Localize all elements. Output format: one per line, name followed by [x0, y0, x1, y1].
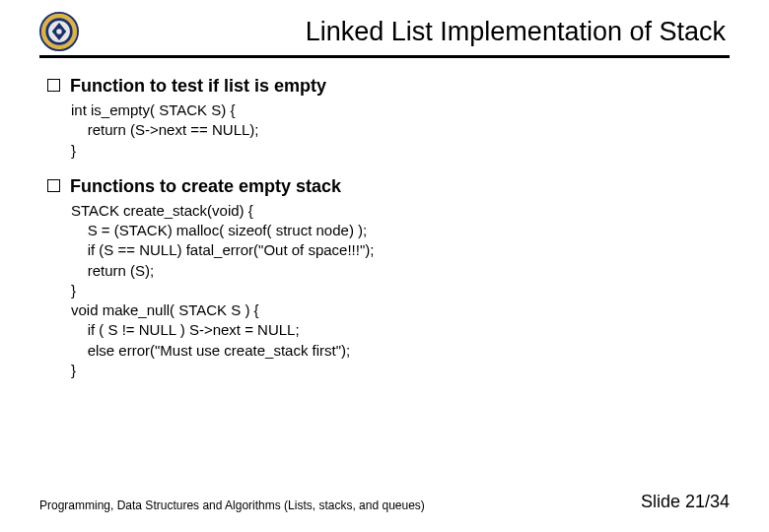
- square-bullet-icon: [47, 179, 60, 192]
- code-block: STACK create_stack(void) { S = (STACK) m…: [71, 201, 730, 380]
- slide: Linked List Implementation of Stack Func…: [0, 0, 769, 532]
- code-block: int is_empty( STACK S) { return (S->next…: [71, 100, 730, 161]
- slide-content: Function to test if list is empty int is…: [39, 76, 730, 380]
- code-line: S = (STACK) malloc( sizeof( struct node)…: [71, 221, 730, 240]
- slide-title: Linked List Implementation of Stack: [93, 17, 730, 47]
- code-line: else error("Must use create_stack first"…: [71, 341, 730, 361]
- code-line: }: [71, 361, 730, 380]
- code-line: }: [71, 281, 730, 300]
- svg-point-3: [56, 29, 61, 33]
- slide-header: Linked List Implementation of Stack: [39, 12, 730, 51]
- slide-number: Slide 21/34: [641, 492, 730, 512]
- code-line: return (S->next == NULL);: [71, 120, 730, 140]
- slide-footer: Programming, Data Structures and Algorit…: [39, 492, 730, 512]
- code-line: return (S);: [71, 261, 730, 281]
- code-line: if (S == NULL) fatal_error("Out of space…: [71, 240, 730, 260]
- bullet-heading: Functions to create empty stack: [70, 176, 341, 197]
- code-line: STACK create_stack(void) {: [71, 201, 730, 221]
- code-line: void make_null( STACK S ) {: [71, 300, 730, 320]
- bullet-heading: Function to test if list is empty: [70, 76, 326, 97]
- organization-logo-icon: [39, 12, 79, 51]
- code-line: }: [71, 141, 730, 161]
- horizontal-rule: [39, 55, 730, 58]
- bullet-item: Function to test if list is empty: [47, 76, 730, 97]
- code-line: int is_empty( STACK S) {: [71, 100, 730, 120]
- code-line: if ( S != NULL ) S->next = NULL;: [71, 320, 730, 340]
- bullet-item: Functions to create empty stack: [47, 176, 730, 197]
- square-bullet-icon: [47, 79, 60, 92]
- footer-course-title: Programming, Data Structures and Algorit…: [39, 499, 425, 512]
